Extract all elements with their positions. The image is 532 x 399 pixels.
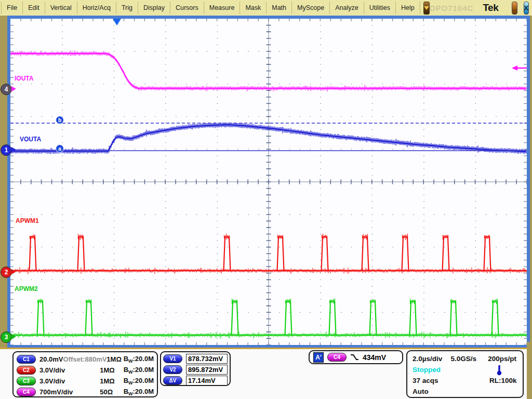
channel-row-c2[interactable]: C23.0V/div1MΩBW:20.0M	[17, 365, 154, 376]
channel-impedance: 1MΩ	[107, 355, 123, 363]
menu-cursors[interactable]: Cursors	[170, 2, 204, 14]
channel-offset: Offset:880mV	[63, 355, 107, 363]
menu-edit[interactable]: Edit	[23, 2, 45, 14]
cursor-badge-label: b	[58, 117, 61, 123]
close-button[interactable]: X	[524, 2, 529, 15]
menu-items: FileEditVerticalHoriz/AcqTrigDisplayCurs…	[1, 2, 420, 14]
channel-pill: C2	[17, 366, 36, 375]
trace-label-vouta: VOUTA	[20, 136, 41, 143]
channel-marker-2[interactable]: 2	[1, 267, 12, 278]
trace-label-iouta: IOUTA	[15, 75, 33, 82]
menu-vertical[interactable]: Vertical	[45, 2, 77, 14]
channel-row-c1[interactable]: C120.0mVOffset:880mV1MΩBW:20.0M	[17, 354, 154, 365]
trigger-source-pill: C4	[327, 353, 347, 362]
channel-scale: 700mV/div	[39, 388, 100, 396]
channel-marker-4[interactable]: 4	[1, 84, 12, 95]
desktop-edge	[527, 342, 532, 399]
cursor-value: 895.872mV	[186, 365, 228, 375]
menu-math[interactable]: Math	[267, 2, 292, 14]
channel-row-c4[interactable]: C4700mV/div50ΩBW:20.0M	[17, 387, 154, 397]
tek-logo: Tek	[483, 2, 498, 14]
menu-horiz-acq[interactable]: Horiz/Acq	[77, 2, 116, 14]
trace-label-apwm2: APWM2	[15, 285, 38, 292]
acquisition-status: Stopped	[413, 366, 497, 374]
channel-marker-arrow	[11, 147, 16, 152]
trigger-mode-badge: A'	[313, 352, 324, 363]
cursor-row-v2[interactable]: V2895.872mV	[163, 364, 228, 375]
readout-strip: C120.0mVOffset:880mV1MΩBW:20.0MC23.0V/di…	[0, 348, 527, 399]
record-length: RL:100k	[475, 377, 517, 384]
channel-marker-arrow	[11, 334, 16, 339]
waveform-canvas: ba	[10, 19, 527, 345]
channel-pill: C1	[17, 355, 36, 364]
trigger-position-marker[interactable]	[113, 19, 121, 25]
cursor-pill: V1	[163, 354, 182, 363]
channel-pill: C4	[17, 388, 36, 396]
channel-readout-box[interactable]: C120.0mVOffset:880mV1MΩBW:20.0MC23.0V/di…	[12, 351, 158, 397]
model-watermark: DPO7104C	[430, 4, 474, 12]
sample-resolution: 200ps/pt	[488, 355, 517, 363]
channel-impedance: 1MΩ	[100, 377, 123, 385]
grid-dots	[21, 25, 527, 345]
trigger-readout-box[interactable]: A' C4 434mV	[309, 350, 403, 364]
menu-measure[interactable]: Measure	[204, 2, 241, 14]
menu-display[interactable]: Display	[138, 2, 170, 14]
menu-file[interactable]: File	[1, 2, 23, 14]
channel-marker-arrow	[11, 86, 16, 91]
horizontal-scale: 2.0µs/div	[413, 355, 450, 363]
channel-scale: 3.0V/div	[39, 377, 100, 385]
trace-label-apwm1: APWM1	[16, 217, 39, 224]
menu-overflow-button[interactable]	[423, 2, 430, 15]
trigger-level: 434mV	[363, 353, 386, 362]
trigger-level-arrow[interactable]	[512, 65, 517, 71]
menu-trig[interactable]: Trig	[116, 2, 138, 14]
channel-bandwidth: BW:20.0M	[124, 388, 154, 396]
acquisition-count: 37 acqs	[413, 377, 475, 384]
cursor-row-v1[interactable]: V1878.732mV	[163, 353, 228, 364]
channel-pill: C3	[17, 377, 36, 385]
trigger-mode: Auto	[413, 388, 429, 395]
channel-bandwidth: BW:20.0M	[124, 355, 154, 364]
menu-bar: FileEditVerticalHoriz/AcqTrigDisplayCurs…	[0, 0, 532, 16]
cursor-pill: V2	[163, 365, 182, 374]
horizontal-readout-box[interactable]: 2.0µs/div 5.0GS/s 200ps/pt Stopped 37 ac…	[406, 350, 524, 398]
channel-marker-3[interactable]: 3	[1, 331, 12, 343]
cursor-pill: ΔV	[163, 376, 182, 385]
menu-utilities[interactable]: Utilities	[364, 2, 396, 14]
cursor-row-δv[interactable]: ΔV17.14mV	[163, 375, 228, 386]
channel-scale: 20.0mV	[39, 355, 63, 363]
channel-impedance: 1MΩ	[100, 366, 123, 374]
channel-bandwidth: BW:20.0M	[124, 377, 154, 385]
cursor-readout-box[interactable]: V1878.732mVV2895.872mVΔV17.14mV	[160, 351, 231, 386]
channel-marker-1[interactable]: 1	[1, 144, 12, 156]
menu-help[interactable]: Help	[396, 2, 420, 14]
center-ticks	[21, 25, 527, 345]
minimize-button[interactable]: _	[512, 2, 517, 15]
menu-myscope[interactable]: MyScope	[292, 2, 330, 14]
chevron-down-icon	[424, 6, 429, 10]
cursor-value: 17.14mV	[186, 376, 228, 385]
menu-mask[interactable]: Mask	[240, 2, 267, 14]
channel-bandwidth: BW:20.0M	[124, 366, 154, 375]
oscilloscope-screen: FileEditVerticalHoriz/AcqTrigDisplayCurs…	[0, 0, 532, 399]
channel-marker-arrow	[11, 269, 16, 274]
thermometer-icon	[497, 364, 502, 376]
channel-scale: 3.0V/div	[39, 366, 100, 374]
channel-impedance: 50Ω	[100, 388, 123, 396]
falling-edge-icon	[350, 353, 359, 361]
graticule-display[interactable]: ba	[7, 16, 530, 348]
cursor-badge-label: a	[58, 146, 61, 152]
menu-analyze[interactable]: Analyze	[330, 2, 364, 14]
cursor-value: 878.732mV	[186, 354, 228, 364]
sample-rate: 5.0GS/s	[450, 355, 488, 363]
channel-row-c3[interactable]: C33.0V/div1MΩBW:20.0M	[17, 376, 154, 387]
